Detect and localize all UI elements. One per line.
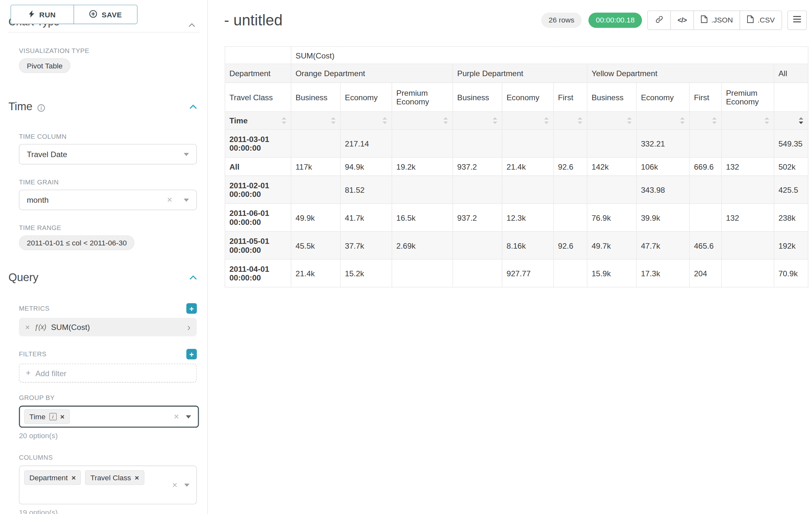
time-range-value[interactable]: 2011-01-01 ≤ col < 2011-06-30	[19, 236, 135, 250]
pivot-sort-column-header[interactable]	[392, 112, 453, 130]
time-section-title: Time	[8, 100, 32, 113]
filters-field: FILTERS + + Add filter	[19, 349, 197, 383]
explore-control-panel: Chart Type RUN SAVE VISUALIZATION TYPE P…	[0, 0, 208, 514]
pivot-cell: 927.77	[502, 259, 553, 287]
clear-icon[interactable]: ×	[174, 412, 179, 421]
chart-menu-button[interactable]	[787, 10, 807, 30]
pivot-table-container: SUM(Cost)DepartmentOrange DepartmentPurp…	[225, 46, 809, 288]
group-by-select[interactable]: Time i × ×	[19, 406, 199, 428]
visualization-type-label: VISUALIZATION TYPE	[19, 47, 197, 55]
pivot-cell: 332.21	[636, 130, 689, 157]
export-json-button[interactable]: .JSON	[694, 10, 741, 30]
save-button-label: SAVE	[102, 10, 122, 19]
pivot-sort-column-header[interactable]	[291, 112, 341, 130]
pivot-cell: 94.9k	[341, 157, 392, 176]
filters-label: FILTERS	[19, 350, 47, 358]
add-filter-box[interactable]: + Add filter	[19, 364, 197, 383]
pivot-dim-department: Department	[225, 64, 291, 83]
sort-icon	[544, 117, 549, 124]
pivot-cell: 81.52	[341, 176, 392, 204]
pivot-sort-column-header[interactable]	[341, 112, 392, 130]
sort-icon	[680, 117, 685, 124]
pivot-subheader	[774, 83, 808, 112]
sort-icon	[627, 117, 632, 124]
info-circle-icon[interactable]	[37, 104, 45, 112]
time-range-field: TIME RANGE 2011-01-01 ≤ col < 2011-06-30	[19, 224, 197, 250]
pivot-sort-column-header[interactable]	[689, 112, 722, 130]
pivot-subheader: Business	[587, 83, 636, 112]
pivot-cell	[453, 130, 502, 157]
copy-link-button[interactable]	[647, 10, 671, 30]
pivot-cell: 17.3k	[636, 259, 689, 287]
pivot-cell	[291, 176, 341, 204]
columns-field: COLUMNS Department × Travel Class × × 19…	[19, 454, 197, 514]
pivot-cell	[689, 176, 722, 204]
pivot-cell	[453, 231, 502, 259]
pivot-cell	[554, 204, 587, 232]
link-icon	[655, 15, 663, 25]
sort-icon	[577, 117, 582, 124]
pivot-sort-column-header[interactable]	[587, 112, 636, 130]
remove-chip-icon[interactable]: ×	[71, 474, 76, 482]
pivot-sort-column-header[interactable]	[774, 112, 808, 130]
export-csv-button[interactable]: .CSV	[740, 10, 782, 30]
pivot-subheader: Business	[453, 83, 502, 112]
group-by-options-hint: 20 option(s)	[19, 431, 197, 440]
chart-header: - untitled 26 rows 00:00:00.18 </> .JSO	[224, 9, 807, 30]
group-by-chip-time[interactable]: Time i ×	[24, 409, 70, 424]
add-filter-plus-button[interactable]: +	[186, 349, 197, 359]
time-grain-value: month	[27, 195, 49, 204]
app-viewport: Chart Type RUN SAVE VISUALIZATION TYPE P…	[0, 0, 812, 514]
pivot-sort-column-header[interactable]	[554, 112, 587, 130]
time-section-collapse-chevron-icon[interactable]	[189, 104, 197, 109]
query-section-title: Query	[8, 271, 38, 284]
pivot-sort-column-header[interactable]	[722, 112, 774, 130]
run-save-button-group: RUN SAVE	[10, 5, 138, 24]
export-csv-label: .CSV	[758, 16, 775, 24]
pivot-sort-column-header[interactable]	[502, 112, 553, 130]
view-query-button[interactable]: </>	[670, 10, 694, 30]
pivot-cell: 8.16k	[502, 231, 553, 259]
pivot-sort-column-header[interactable]	[453, 112, 502, 130]
pivot-cell: 76.9k	[587, 204, 636, 232]
query-section-collapse-chevron-icon[interactable]	[189, 275, 197, 280]
pivot-cell: 12.3k	[502, 204, 553, 232]
sort-icon	[764, 117, 769, 124]
pivot-cell	[722, 231, 774, 259]
pivot-row-label: All	[225, 157, 291, 176]
add-metric-button[interactable]: +	[186, 303, 197, 314]
run-button[interactable]: RUN	[10, 5, 74, 24]
pivot-cell	[453, 176, 502, 204]
clear-icon[interactable]: ×	[172, 481, 177, 490]
pivot-cell	[502, 130, 553, 157]
chevron-down-icon	[183, 198, 189, 201]
pivot-sort-time-header[interactable]: Time	[225, 112, 291, 130]
time-column-select[interactable]: Travel Date	[19, 144, 197, 164]
remove-metric-icon[interactable]: ×	[25, 323, 30, 331]
pivot-sort-column-header[interactable]	[636, 112, 689, 130]
remove-chip-icon[interactable]: ×	[60, 412, 64, 421]
remove-chip-icon[interactable]: ×	[135, 474, 139, 482]
columns-select[interactable]: Department × Travel Class × ×	[19, 465, 197, 504]
section-divider	[8, 32, 200, 33]
pivot-cell: 117k	[291, 157, 341, 176]
save-button[interactable]: SAVE	[74, 5, 138, 24]
pivot-group-header: Orange Department	[291, 64, 453, 83]
pivot-group-header: Purple Department	[453, 64, 587, 83]
time-grain-select[interactable]: month ×	[19, 190, 197, 210]
lightning-bolt-icon	[29, 10, 35, 19]
clear-icon[interactable]: ×	[167, 195, 172, 204]
columns-chip-travel-class[interactable]: Travel Class ×	[85, 470, 144, 485]
pivot-cell	[587, 176, 636, 204]
pivot-cell: 92.6	[554, 157, 587, 176]
pivot-data-row: 2011-06-01 00:00:0049.9k41.7k16.5k937.21…	[225, 204, 808, 232]
pivot-data-row: All117k94.9k19.2k937.221.4k92.6142k106k6…	[225, 157, 808, 176]
pivot-cell: 37.7k	[341, 231, 392, 259]
visualization-type-value[interactable]: Pivot Table	[19, 58, 70, 73]
export-button-group: </> .JSON .CSV	[647, 10, 782, 30]
chart-type-collapse-chevron-icon[interactable]	[188, 20, 196, 29]
columns-chip-department[interactable]: Department ×	[24, 470, 81, 485]
pivot-cell: 425.5	[774, 176, 808, 204]
pivot-subheader: Economy	[636, 83, 689, 112]
metric-pill[interactable]: × ƒ(x) SUM(Cost) ›	[19, 318, 197, 336]
